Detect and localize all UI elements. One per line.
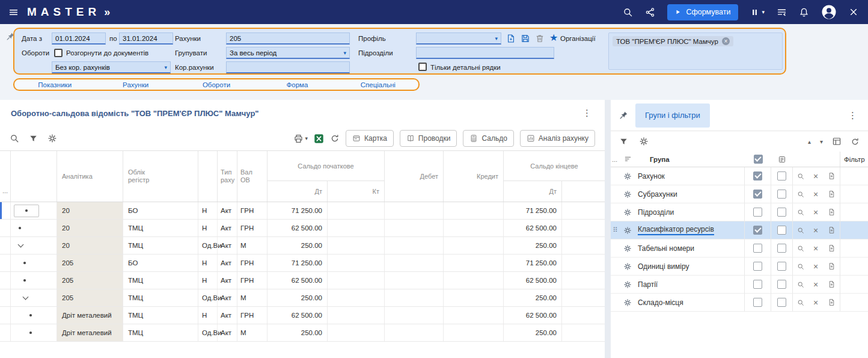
saldo-start-kt-cell[interactable] (328, 289, 385, 306)
group-filter-cell[interactable] (840, 221, 868, 239)
group-doc-icon[interactable] (823, 167, 840, 185)
group-row[interactable]: ⠿ Підрозділи × (611, 203, 868, 221)
organizations-box[interactable]: ТОВ "ПРЕМ'ЄР ПЛЮС" Мамчур × (608, 32, 783, 70)
group-search-icon[interactable] (793, 276, 808, 294)
row-expander-icon[interactable] (23, 294, 29, 300)
group-settings-gear-icon[interactable] (620, 276, 635, 294)
group-clear-icon[interactable]: × (808, 221, 823, 239)
report-table-row[interactable]: 205 БО Н Акт ГРН 71 250.00 71 250.00 (0, 255, 605, 272)
groups-refresh-icon[interactable] (851, 137, 860, 146)
saldo-start-dt-cell[interactable]: 71 250.00 (267, 255, 328, 271)
credit-cell[interactable] (444, 307, 504, 324)
row-selector-cell[interactable] (0, 202, 11, 219)
registry-cell[interactable]: ТМЦ (123, 220, 198, 236)
credit-cell[interactable] (444, 272, 504, 289)
analytics-cell[interactable]: Дріт металевий (57, 307, 123, 324)
group-filter-cell[interactable] (840, 239, 868, 258)
group-enabled-checkbox[interactable] (753, 262, 762, 271)
group-enabled-checkbox[interactable] (753, 244, 762, 253)
type1-cell[interactable]: Н (198, 220, 218, 236)
group-filter-cell[interactable] (840, 258, 868, 276)
queue-icon[interactable] (777, 7, 787, 17)
subdivisions-input[interactable] (416, 47, 554, 59)
report-menu-kebab-icon[interactable]: ⋮ (580, 108, 594, 119)
group-doc-icon[interactable] (823, 258, 840, 276)
registry-cell[interactable]: ТМЦ (123, 237, 198, 254)
row-selector-cell[interactable] (0, 255, 11, 271)
column-currency[interactable]: Вал ОВ (237, 151, 267, 202)
drag-handle[interactable]: ⠿ (613, 226, 617, 234)
panel-menu-kebab-icon[interactable]: ⋮ (846, 110, 860, 121)
type1-cell[interactable]: Од.Ви (198, 289, 218, 306)
group-select[interactable]: За весь період▾ (226, 47, 350, 59)
group-extra-checkbox[interactable] (777, 226, 786, 235)
notifications-bell-icon[interactable] (799, 7, 809, 17)
share-icon[interactable] (645, 7, 655, 17)
group-doc-icon[interactable] (823, 294, 840, 312)
column-analytics[interactable]: Аналітика (57, 151, 123, 202)
saldo-start-kt-cell[interactable] (328, 220, 385, 236)
groups-filter-icon[interactable] (619, 137, 628, 146)
group-doc-icon[interactable] (823, 239, 840, 258)
postings-button[interactable]: Проводки (400, 130, 457, 147)
group-row[interactable]: ⠿ Рахунок × (611, 167, 868, 185)
group-search-icon[interactable] (793, 294, 808, 312)
generate-button[interactable]: Сформувати (667, 4, 738, 20)
group-filter-cell[interactable] (840, 294, 868, 312)
column-saldo-end[interactable]: Сальдо кінцеве (504, 151, 605, 181)
group-clear-icon[interactable]: × (808, 276, 823, 294)
debit-cell[interactable] (385, 202, 444, 219)
account-type-cell[interactable]: Акт (218, 307, 237, 324)
group-row[interactable]: ⠿ Табельні номери × (611, 239, 868, 258)
report-table-row[interactable]: 205 ТМЦ Од.Ви Акт М 250.00 250.00 (0, 289, 605, 307)
group-enabled-checkbox[interactable] (753, 298, 762, 307)
print-button[interactable]: ▾ (293, 134, 308, 144)
group-search-icon[interactable] (793, 221, 808, 239)
close-icon[interactable] (849, 7, 858, 17)
row-expander-icon[interactable] (19, 227, 21, 229)
group-row[interactable]: ⠿ Субрахунки × (611, 185, 868, 203)
subcolumn-dt[interactable]: Дт (504, 181, 562, 202)
currency-cell[interactable]: ГРН (237, 202, 267, 219)
table-search-icon[interactable] (10, 134, 19, 143)
tab-groups-and-filters[interactable]: Групи і фільтри (635, 103, 710, 128)
column-registry[interactable]: Облік регістр (123, 151, 198, 202)
group-row[interactable]: ⠿ Класифікатор ресурсів × (611, 221, 868, 239)
menu-icon[interactable] (8, 7, 19, 17)
group-clear-icon[interactable]: × (808, 167, 823, 185)
favorite-star-icon[interactable]: ★ (549, 32, 558, 43)
subcolumn-dt[interactable]: Дт (267, 181, 328, 202)
saldo-start-kt-cell[interactable] (328, 202, 385, 219)
account-type-cell[interactable]: Акт (218, 202, 237, 219)
row-expander[interactable] (11, 237, 57, 254)
account-type-cell[interactable]: Акт (218, 220, 237, 236)
row-expander-icon[interactable] (18, 241, 24, 247)
user-avatar[interactable] (821, 4, 837, 20)
debit-cell[interactable] (385, 324, 444, 341)
row-selector-column[interactable]: ... (0, 151, 11, 202)
group-filter-cell[interactable] (840, 203, 868, 221)
filter-tab[interactable]: Обороти (176, 79, 257, 90)
select-all-checkbox[interactable] (754, 155, 763, 164)
group-enabled-checkbox[interactable] (753, 208, 762, 217)
saldo-start-kt-cell[interactable] (328, 272, 385, 289)
group-search-icon[interactable] (793, 185, 808, 203)
row-expander-icon[interactable] (25, 209, 28, 212)
table-settings-gear-icon[interactable] (47, 134, 57, 143)
report-table-row[interactable]: Дріт металевий ТМЦ Н Акт ГРН 62 500.00 6… (0, 307, 605, 324)
currency-cell[interactable]: М (237, 289, 267, 306)
credit-cell[interactable] (444, 220, 504, 236)
debit-cell[interactable] (385, 289, 444, 306)
move-up-icon[interactable]: ▴ (808, 138, 811, 145)
analytics-cell[interactable]: 205 (57, 289, 123, 306)
currency-cell[interactable]: ГРН (237, 272, 267, 289)
group-filter-cell[interactable] (840, 185, 868, 203)
saldo-start-dt-cell[interactable]: 250.00 (267, 237, 328, 254)
row-selector-cell[interactable] (0, 237, 11, 254)
saldo-start-dt-cell[interactable]: 250.00 (267, 324, 328, 341)
group-enabled-checkbox[interactable] (753, 226, 762, 235)
filter-tab[interactable]: Показники (14, 79, 95, 90)
saldo-start-dt-cell[interactable]: 62 500.00 (267, 220, 328, 236)
saldo-start-dt-cell[interactable]: 62 500.00 (267, 307, 328, 324)
row-expander[interactable] (11, 272, 57, 289)
